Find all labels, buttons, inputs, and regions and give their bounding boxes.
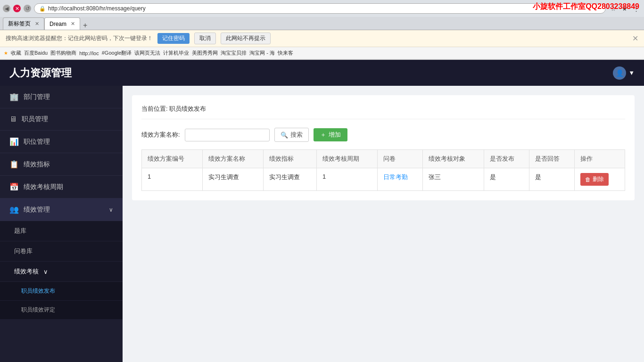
bookmarks-bar: ★ 收藏 百度Baidu 图书购物商 http://loc #Google翻译 … bbox=[0, 47, 644, 59]
period-icon: 📅 bbox=[9, 182, 19, 191]
breadcrumb-location: 职员绩效发布 bbox=[169, 105, 206, 112]
col-header-answered: 是否回答 bbox=[529, 150, 574, 168]
breadcrumb: 当前位置: 职员绩效发布 bbox=[141, 105, 625, 119]
cell-indicator: 实习生调查 bbox=[264, 168, 317, 191]
bookmark-kulaike[interactable]: 快来客 bbox=[278, 49, 293, 57]
content-card: 当前位置: 职员绩效发布 绩效方案名称: 🔍 搜索 ＋ 增加 bbox=[132, 95, 635, 200]
sidebar-item-perf-mgmt-label: 绩效管理 bbox=[24, 206, 50, 214]
notification-text: 搜狗高速浏览器提醒您：记住此网站密码，下次一键登录！ bbox=[6, 34, 153, 42]
position-icon: 📊 bbox=[9, 137, 19, 146]
table-row: 1 实习生调查 实习生调查 1 日常考勤 张三 是 是 bbox=[142, 168, 625, 191]
content-area: 当前位置: 职员绩效发布 绩效方案名称: 🔍 搜索 ＋ 增加 bbox=[123, 86, 644, 362]
star-icon: ★ bbox=[4, 50, 8, 56]
cell-action: 🗑 删除 bbox=[575, 168, 625, 191]
sidebar-item-dept-label: 部门管理 bbox=[24, 93, 50, 101]
user-avatar: 👤 bbox=[613, 66, 626, 80]
col-header-published: 是否发布 bbox=[484, 150, 529, 168]
cell-published: 是 bbox=[484, 168, 529, 191]
col-header-name: 绩效方案名称 bbox=[203, 150, 264, 168]
bookmark-baidu[interactable]: 百度Baidu bbox=[24, 49, 48, 57]
tab-dream[interactable]: Dream ✕ bbox=[44, 17, 80, 30]
notification-bar: 搜狗高速浏览器提醒您：记住此网站密码，下次一键登录！ 记住密码 取消 此网站不再… bbox=[0, 30, 644, 47]
cell-name: 实习生调查 bbox=[203, 168, 264, 191]
tab-new-tab[interactable]: 新标签页 ✕ bbox=[3, 17, 44, 30]
sidebar-item-staff[interactable]: 🖥 职员管理 bbox=[0, 108, 123, 131]
lock-icon: 🔒 bbox=[39, 6, 46, 12]
never-show-button[interactable]: 此网站不再提示 bbox=[221, 33, 271, 44]
col-header-id: 绩效方案编号 bbox=[142, 150, 203, 168]
sidebar-item-position-label: 职位管理 bbox=[24, 138, 50, 146]
add-button[interactable]: ＋ 增加 bbox=[314, 128, 347, 141]
close-button[interactable]: ✕ bbox=[13, 5, 21, 12]
bookmark-taobao[interactable]: 淘宝网 - 海 bbox=[249, 49, 275, 57]
search-label: 绩效方案名称: bbox=[141, 131, 180, 139]
tab-newtab-label: 新标签页 bbox=[8, 20, 31, 28]
sidebar-item-position[interactable]: 📊 职位管理 bbox=[0, 131, 123, 153]
new-tab-button[interactable]: + bbox=[80, 21, 90, 30]
sidebar-sub-sub-perf-publish-label: 职员绩效发布 bbox=[21, 288, 55, 294]
staff-icon: 🖥 bbox=[9, 115, 17, 123]
tab-dream-label: Dream bbox=[50, 21, 66, 27]
sidebar-sub-sub-perf-eval[interactable]: 职员绩效评定 bbox=[0, 301, 123, 320]
survey-link[interactable]: 日常考勤 bbox=[383, 173, 408, 181]
bookmark-google[interactable]: #Google翻译 bbox=[102, 49, 132, 57]
sidebar-sub-perf-review-label: 绩效考核 bbox=[14, 267, 39, 276]
address-bar[interactable]: 🔒 http://localhost:8080/hr/message/query bbox=[34, 3, 606, 14]
sidebar-item-perf-mgmt[interactable]: 👥 绩效管理 ∨ bbox=[0, 198, 123, 221]
sidebar-sub-sub-perf-eval-label: 职员绩效评定 bbox=[21, 306, 55, 313]
search-button[interactable]: 🔍 搜索 bbox=[274, 128, 309, 142]
bookmark-book[interactable]: 图书购物商 bbox=[50, 49, 76, 57]
data-table: 绩效方案编号 绩效方案名称 绩效指标 绩效考核周期 问卷 绩效考核对象 是否发布… bbox=[141, 149, 625, 191]
sidebar: 🏢 部门管理 🖥 职员管理 📊 职位管理 📋 绩效指标 📅 绩效考 bbox=[0, 86, 123, 362]
sidebar-item-period[interactable]: 📅 绩效考核周期 bbox=[0, 176, 123, 198]
col-header-indicator: 绩效指标 bbox=[264, 150, 317, 168]
bookmark-meitu[interactable]: 美图秀秀网 bbox=[192, 49, 218, 57]
refresh-button[interactable]: ↺ bbox=[24, 5, 31, 12]
breadcrumb-prefix: 当前位置: bbox=[141, 105, 168, 112]
bookmark-taobao-rank[interactable]: 淘宝宝贝排 bbox=[221, 49, 247, 57]
sidebar-item-staff-label: 职员管理 bbox=[22, 115, 48, 123]
sidebar-item-dept[interactable]: 🏢 部门管理 bbox=[0, 86, 123, 108]
remember-password-button[interactable]: 记住密码 bbox=[157, 33, 190, 44]
notification-close-button[interactable]: ✕ bbox=[632, 34, 638, 43]
add-button-label: 增加 bbox=[329, 131, 341, 139]
search-icon: 🔍 bbox=[281, 132, 288, 139]
user-menu[interactable]: 👤 ▼ bbox=[613, 66, 635, 80]
sidebar-sub-sub-perf-publish[interactable]: 职员绩效发布 bbox=[0, 282, 123, 301]
delete-button[interactable]: 🗑 删除 bbox=[580, 173, 609, 186]
sidebar-item-kpi-label: 绩效指标 bbox=[24, 160, 50, 169]
tabs-bar: 新标签页 ✕ Dream ✕ + bbox=[0, 17, 644, 30]
dept-icon: 🏢 bbox=[9, 92, 19, 101]
back-button[interactable]: ◀ bbox=[3, 5, 10, 12]
bookmark-collect[interactable]: 收藏 bbox=[11, 49, 21, 57]
sidebar-sub-survey-bank-label: 问卷库 bbox=[14, 247, 33, 255]
watermark: 小旋软件工作室QQ2803238849 bbox=[533, 2, 639, 12]
sidebar-sub-perf-review[interactable]: 绩效考核 ∨ bbox=[0, 262, 123, 282]
trash-icon: 🗑 bbox=[585, 176, 591, 183]
cell-target: 张三 bbox=[423, 168, 484, 191]
chevron-down-icon: ▼ bbox=[628, 69, 635, 76]
cell-answered: 是 bbox=[529, 168, 574, 191]
cell-survey: 日常考勤 bbox=[377, 168, 422, 191]
search-button-label: 搜索 bbox=[290, 131, 303, 139]
cancel-button[interactable]: 取消 bbox=[194, 33, 216, 44]
sidebar-sub-question-bank-label: 题库 bbox=[14, 227, 26, 235]
url-text: http://localhost:8080/hr/message/query bbox=[48, 5, 146, 12]
perf-mgmt-arrow: ∨ bbox=[109, 206, 113, 213]
sidebar-item-kpi[interactable]: 📋 绩效指标 bbox=[0, 153, 123, 176]
sidebar-item-period-label: 绩效考核周期 bbox=[24, 183, 63, 191]
col-header-target: 绩效考核对象 bbox=[423, 150, 484, 168]
bookmark-webpage[interactable]: 该网页无法 bbox=[134, 49, 160, 57]
app-header: 人力资源管理 👤 ▼ bbox=[0, 60, 644, 86]
sidebar-sub-survey-bank[interactable]: 问卷库 bbox=[0, 241, 123, 262]
delete-button-label: 删除 bbox=[593, 175, 604, 183]
perf-mgmt-icon: 👥 bbox=[9, 205, 19, 214]
bookmark-computer[interactable]: 计算机毕业 bbox=[163, 49, 189, 57]
tab-dream-close[interactable]: ✕ bbox=[71, 21, 75, 27]
bookmark-loc[interactable]: http://loc bbox=[79, 50, 99, 56]
sidebar-sub-question-bank[interactable]: 题库 bbox=[0, 221, 123, 241]
search-input[interactable] bbox=[185, 129, 270, 141]
tab-newtab-close[interactable]: ✕ bbox=[35, 21, 39, 27]
perf-review-arrow: ∨ bbox=[43, 268, 48, 275]
sidebar-sub-menu: 题库 问卷库 绩效考核 ∨ 职员绩效发布 职员绩效评定 bbox=[0, 221, 123, 320]
